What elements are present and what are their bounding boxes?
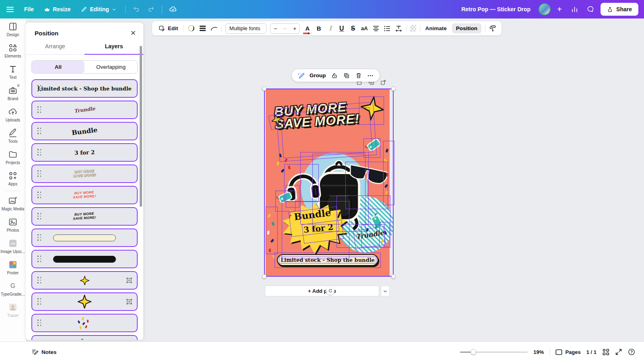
animate-button[interactable]: Animate [423,24,448,33]
sidebar-item-uploads[interactable]: Uploads [0,104,26,125]
layer-row-5[interactable]: BUY MORESAVE MORE! [31,165,138,183]
avatar[interactable] [539,3,551,15]
selection-handle-ne[interactable] [391,86,396,91]
shadow-effect-icon[interactable] [187,24,195,33]
copy-style-icon[interactable] [489,24,497,33]
text-align-button[interactable] [372,24,380,33]
add-page-dropdown[interactable] [381,286,390,296]
share-button[interactable]: Share [601,3,638,16]
font-family-select[interactable]: Multiple fonts [225,23,266,34]
layer-row-9[interactable] [31,250,138,268]
sidebar-item-typegradient[interactable]: GTypeGradie... [0,278,26,299]
editing-mode-dropdown[interactable]: Editing [77,3,120,15]
sidebar-item-apps[interactable]: Apps [0,168,26,189]
selection-handle-se[interactable] [391,274,396,279]
layer-row-8[interactable] [31,228,138,247]
sidebar-item-design[interactable]: Design [0,19,26,40]
banner-pill[interactable]: Limited stock - Shop the bundle [277,254,378,266]
sidebar-item-poster-app[interactable]: Poster [0,257,26,278]
delete-icon[interactable] [355,72,362,79]
document-title[interactable]: Retro Pop — Sticker Drop [461,6,530,12]
grid-view-icon[interactable] [602,348,609,356]
layer-row-3[interactable]: Bundle [31,122,138,140]
insights-button[interactable] [568,3,580,15]
layer-row-12[interactable] [31,314,138,332]
more-options-button[interactable]: ⋯ [367,72,374,79]
file-menu[interactable]: File [20,3,38,15]
magic-edit-icon[interactable] [297,72,304,79]
sidebar-item-tools[interactable]: Tools [0,125,26,146]
layer-row-2[interactable]: Trundle [31,101,138,119]
drag-handle-icon[interactable] [37,213,42,220]
drag-handle-icon[interactable] [37,85,42,92]
banner-text[interactable]: Limited stock - Shop the bundle [279,257,376,263]
bold-button[interactable]: B [315,24,323,33]
text-color-button[interactable]: A [303,24,311,33]
tab-layers[interactable]: Layers [85,43,143,55]
zoom-slider[interactable] [460,349,528,355]
text-case-button[interactable]: aA [361,24,368,33]
price-tag[interactable] [364,136,383,154]
sidebar-item-brand[interactable]: ♛Brand [0,82,26,104]
stroke-weight-icon[interactable] [199,24,206,33]
design-page[interactable]: BUY MORE SAVE MORE! [266,89,390,277]
drag-handle-icon[interactable] [37,171,42,177]
duplicate-icon[interactable] [343,72,350,79]
underline-button[interactable]: U [338,24,345,33]
strikethrough-button[interactable]: S [349,24,357,33]
sidebar-item-photos[interactable]: Photos [0,214,26,235]
sidebar-item-text[interactable]: Text [0,61,26,82]
sidebar-item-projects[interactable]: Projects [0,146,26,168]
main-menu-icon[interactable] [6,7,14,12]
layer-row-11[interactable] [31,292,138,311]
list-button[interactable] [383,24,391,33]
drag-handle-icon[interactable] [37,234,42,241]
sparkle-large[interactable] [359,94,386,122]
tab-arrange[interactable]: Arrange [26,43,85,55]
group-button[interactable]: Group [310,72,326,78]
zoom-level[interactable]: 19% [533,349,544,355]
resize-button[interactable]: Resize [40,3,74,15]
drag-handle-icon[interactable] [37,320,42,327]
selection-handle-sw[interactable] [262,274,266,279]
help-icon[interactable] [628,348,635,356]
drag-handle-icon[interactable] [37,256,42,263]
font-size-increase[interactable]: + [293,25,296,32]
layer-row-7[interactable]: BUY MORESAVE MORE! [31,207,138,226]
pages-button[interactable]: Pages [555,349,580,355]
layer-row-6[interactable]: BUY MORESAVE MORE! [31,186,138,204]
font-size-stepper[interactable]: − -- + [270,23,300,34]
drag-handle-icon[interactable] [37,149,42,156]
comments-button[interactable] [584,3,597,15]
add-page-button[interactable]: + Add page [265,286,379,296]
font-size-value[interactable]: -- [283,26,287,31]
lock-icon[interactable] [331,72,338,79]
filter-overlapping[interactable]: Overlapping [85,61,137,73]
text-spacing-button[interactable] [395,24,402,33]
sidebar-item-elements[interactable]: Elements [0,40,26,61]
sidebar-item-tracer[interactable]: Tracer [0,299,26,321]
drag-handle-icon[interactable] [37,192,42,199]
fullscreen-icon[interactable] [615,348,622,356]
transparency-button[interactable] [410,25,416,32]
zoom-slider-thumb[interactable] [471,349,476,355]
italic-button[interactable]: I [326,24,334,33]
font-size-decrease[interactable]: − [274,25,277,32]
notes-button[interactable]: Notes [31,349,57,356]
drag-handle-icon[interactable] [37,277,42,284]
position-button[interactable]: Position [452,23,481,33]
panel-scrollbar[interactable] [140,46,142,207]
invite-member-button[interactable]: + [555,5,564,14]
selection-handle-nw[interactable] [262,86,266,91]
undo-button[interactable] [130,3,142,15]
drag-handle-icon[interactable] [37,107,42,113]
layer-row-4[interactable]: 3 for 2 [31,143,138,162]
drag-handle-icon[interactable] [37,298,42,305]
edit-image-button[interactable]: Edit [157,23,180,33]
layer-row-1[interactable]: Limited stock - Shop the bundle [31,79,138,98]
layer-row-13[interactable] [31,335,138,340]
sidebar-item-image-upscaler[interactable]: Image Upsc... [0,235,26,257]
redo-button[interactable] [145,3,157,15]
filter-all[interactable]: All [32,61,85,73]
add-page-icon[interactable] [380,79,387,86]
